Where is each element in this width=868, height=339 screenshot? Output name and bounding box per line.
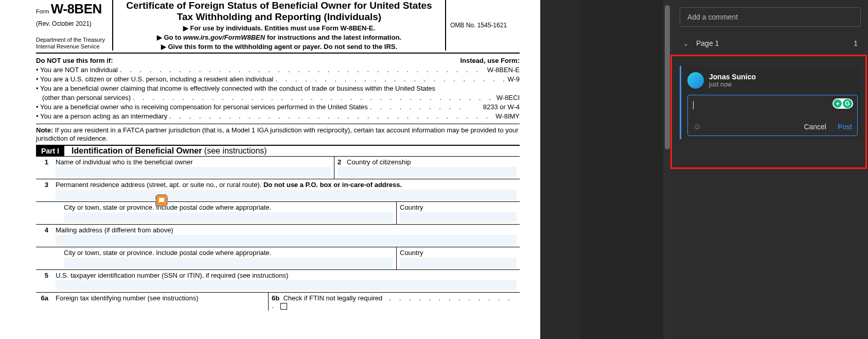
field-2-citizenship: 2 Country of citizenship [334, 157, 520, 179]
field-4-country: Country [396, 247, 520, 269]
grammarly-tone-icon[interactable]: ✦ [834, 99, 842, 108]
add-comment-input[interactable]: Add a comment [680, 7, 861, 27]
mailing-country-input[interactable] [400, 258, 517, 268]
comment-card: Jonas Sunico just now ✦ G ☺ Cancel Post [680, 66, 861, 139]
mailing-input[interactable] [56, 235, 517, 245]
mailing-city-input[interactable] [64, 258, 393, 268]
cancel-button[interactable]: Cancel [804, 123, 826, 131]
form-sub1: ▶ For use by individuals. Entities must … [118, 24, 440, 32]
field-row-1-2: 1 Name of individual who is the benefici… [36, 157, 520, 179]
donot-row: • You are NOT an individual . . . . . . … [36, 66, 520, 74]
reply-input[interactable] [693, 100, 852, 113]
field-row-4-city: City or town, state or province. Include… [36, 247, 520, 270]
field-1-name: Name of individual who is the beneficial… [52, 157, 334, 179]
form-title: Certificate of Foreign Status of Benefic… [118, 0, 440, 23]
document-viewport: Form W-8BEN (Rev. October 2021) Departme… [0, 0, 581, 339]
comments-scrollbar-thumb[interactable] [665, 5, 670, 149]
donot-row: • You are a beneficial owner who is rece… [36, 103, 520, 111]
country-input[interactable] [400, 212, 517, 223]
grammarly-icon[interactable]: G [843, 99, 852, 108]
post-button[interactable]: Post [838, 123, 852, 131]
chevron-down-icon[interactable]: ⌄ [683, 39, 689, 47]
reply-box[interactable]: ✦ G ☺ Cancel Post [687, 95, 858, 136]
emoji-icon[interactable]: ☺ [693, 122, 701, 131]
header-left: Form W-8BEN (Rev. October 2021) Departme… [36, 0, 113, 50]
ftin-checkbox[interactable] [280, 303, 287, 310]
header-right: OMB No. 1545-1621 [445, 0, 520, 50]
user-name: Jonas Sunico [709, 73, 756, 81]
field-4-mailing: Mailing address (if different from above… [52, 225, 520, 247]
part-label: Part I [36, 146, 64, 156]
donot-right: Instead, use Form: [460, 57, 520, 64]
viewer-gap [581, 0, 663, 339]
page-label: Page 1 [696, 39, 719, 47]
omb-number: OMB No. 1545-1621 [450, 22, 507, 29]
field-6a-ftin: Foreign tax identifying number (see inst… [52, 293, 269, 311]
field-row-4: 4 Mailing address (if different from abo… [36, 225, 520, 247]
comment-user: Jonas Sunico just now [687, 72, 858, 89]
part-title: Identification of Beneficial Owner (see … [72, 146, 267, 156]
donot-row: • You are a person acting as an intermed… [36, 112, 520, 120]
header-center: Certificate of Foreign Status of Benefic… [113, 0, 445, 50]
form-revision: (Rev. October 2021) [36, 20, 108, 27]
comments-sidebar: Add a comment ⌄ Page 1 1 Jonas Sunico ju… [672, 0, 868, 339]
user-time: just now [709, 81, 756, 88]
field-4-city: City or town, state or province. Include… [61, 247, 396, 269]
field-row-3-city: City or town, state or province. Include… [36, 202, 520, 225]
comments-page-header[interactable]: ⌄ Page 1 1 [680, 39, 861, 47]
part1-bar: Part I Identification of Beneficial Owne… [36, 146, 520, 157]
form-name: W-8BEN [51, 1, 102, 16]
form-label: Form [36, 8, 49, 14]
fatca-note: Note: If you are resident in a FATCA par… [36, 126, 520, 146]
donot-left: Do NOT use this form if: [36, 57, 113, 64]
field-row-6: 6a Foreign tax identifying number (see i… [36, 293, 520, 311]
city-input[interactable] [64, 212, 393, 223]
page-count: 1 [854, 39, 858, 47]
field-3-country: Country [396, 202, 520, 224]
donot-row: • You are a beneficial owner claiming th… [36, 84, 520, 101]
address-input[interactable] [56, 190, 517, 200]
form-department: Department of the Treasury Internal Reve… [36, 37, 108, 50]
form-sub2: ▶ Go to www.irs.gov/FormW8BEN for instru… [118, 33, 440, 41]
field-5-ssn: U.S. taxpayer identification number (SSN… [52, 270, 520, 292]
donot-row: • You are a U.S. citizen or other U.S. p… [36, 75, 520, 83]
comments-scrollbar-track[interactable] [663, 0, 672, 339]
avatar [687, 72, 704, 89]
field-3-city: City or town, state or province. Include… [61, 202, 396, 224]
form-page: Form W-8BEN (Rev. October 2021) Departme… [0, 0, 540, 339]
ssn-input[interactable] [56, 280, 517, 291]
citizenship-input[interactable] [338, 167, 517, 177]
field-row-3: 3 Permanent residence address (street, a… [36, 179, 520, 202]
grammarly-widget[interactable]: ✦ G [832, 98, 853, 109]
comment-marker-icon[interactable] [155, 194, 168, 207]
field-row-5: 5 U.S. taxpayer identification number (S… [36, 270, 520, 293]
form-sub3: ▶ Give this form to the withholding agen… [118, 43, 440, 50]
field-3-address: Permanent residence address (street, apt… [52, 179, 520, 201]
field-6b-check: 6b Check if FTIN not legally required . … [269, 293, 520, 311]
do-not-use-block: Do NOT use this form if: Instead, use Fo… [36, 57, 520, 124]
name-input[interactable] [56, 167, 331, 177]
form-header: Form W-8BEN (Rev. October 2021) Departme… [36, 0, 520, 54]
